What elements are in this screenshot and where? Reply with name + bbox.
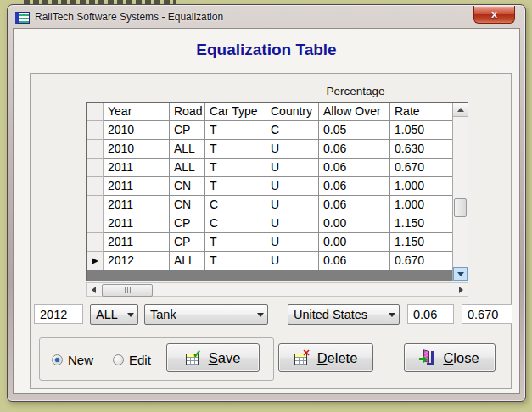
- cell-country[interactable]: U: [266, 233, 319, 252]
- dropdown-zone: [384, 305, 399, 324]
- cell-road[interactable]: CN: [170, 177, 205, 196]
- percentage-group-header: Percentage: [316, 85, 395, 97]
- cell-allow-over[interactable]: 0.06: [319, 159, 390, 177]
- rate-field[interactable]: [462, 304, 512, 324]
- grid-header-row: Year Road Car Type Country Allow Over Ra…: [87, 103, 453, 121]
- cell-road[interactable]: CP: [170, 233, 205, 252]
- cell-allow-over[interactable]: 0.05: [319, 121, 390, 140]
- cell-rate[interactable]: 1.000: [390, 196, 453, 214]
- vertical-scroll-thumb[interactable]: [454, 198, 467, 217]
- scroll-down-button[interactable]: [453, 267, 468, 281]
- cell-road[interactable]: ALL: [170, 159, 205, 177]
- cell-country[interactable]: U: [266, 196, 319, 214]
- cell-country[interactable]: U: [266, 177, 319, 196]
- cell-car-type[interactable]: T: [205, 159, 266, 177]
- cell-car-type[interactable]: T: [205, 177, 266, 196]
- delete-button[interactable]: ✕ Delete: [278, 343, 373, 372]
- row-selector-cell[interactable]: [87, 252, 104, 270]
- cell-allow-over[interactable]: 0.06: [319, 177, 390, 196]
- row-selector-cell[interactable]: [87, 214, 104, 233]
- cell-rate[interactable]: 1.150: [390, 214, 453, 233]
- year-field[interactable]: [34, 304, 83, 324]
- cell-allow-over[interactable]: 0.00: [319, 233, 390, 252]
- cell-year[interactable]: 2011: [104, 177, 170, 196]
- title-bar[interactable]: RailTech Software Systems - Equalization: [8, 5, 525, 28]
- cell-year[interactable]: 2010: [104, 140, 170, 159]
- scroll-up-button[interactable]: [453, 103, 468, 117]
- cell-car-type[interactable]: T: [205, 121, 266, 140]
- row-selector-cell[interactable]: [87, 159, 104, 177]
- cell-country[interactable]: U: [266, 214, 319, 233]
- cell-road[interactable]: CP: [170, 214, 205, 233]
- cell-year[interactable]: 2011: [104, 159, 170, 177]
- cell-country[interactable]: U: [266, 140, 319, 159]
- cell-car-type[interactable]: T: [205, 233, 266, 252]
- column-header-allow-over: Allow Over: [319, 103, 390, 121]
- radio-edit[interactable]: Edit: [113, 353, 151, 367]
- cell-allow-over[interactable]: 0.00: [319, 214, 390, 233]
- close-button-label: Close: [443, 350, 479, 366]
- country-select[interactable]: United States: [288, 304, 400, 325]
- radio-new[interactable]: New: [52, 353, 93, 367]
- cell-country[interactable]: U: [266, 252, 319, 270]
- row-selector-cell[interactable]: [87, 121, 104, 140]
- cell-rate[interactable]: 1.050: [390, 121, 453, 140]
- cell-rate[interactable]: 0.670: [390, 252, 453, 270]
- row-selector-cell[interactable]: [87, 196, 104, 214]
- car-type-select[interactable]: Tank: [144, 304, 268, 325]
- page-title: Equalization Table: [14, 41, 519, 59]
- grid-horizontal-scrollbar[interactable]: [86, 282, 468, 297]
- cell-year[interactable]: 2012: [104, 252, 170, 270]
- table-row[interactable]: 2011 CN T U 0.06 1.000: [87, 177, 453, 196]
- cell-rate[interactable]: 1.150: [390, 233, 453, 252]
- cell-allow-over[interactable]: 0.06: [319, 196, 390, 214]
- cell-year[interactable]: 2011: [104, 214, 170, 233]
- cell-car-type[interactable]: T: [205, 140, 266, 159]
- app-icon: [15, 12, 30, 24]
- cell-allow-over[interactable]: 0.06: [319, 252, 390, 270]
- column-header-rate: Rate: [390, 103, 453, 121]
- arrow-up-icon: [457, 104, 464, 112]
- cell-year[interactable]: 2010: [104, 121, 170, 140]
- column-header-road: Road: [170, 103, 205, 121]
- table-row[interactable]: 2011 CP C U 0.00 1.150: [87, 214, 453, 233]
- cell-rate[interactable]: 0.630: [390, 140, 453, 159]
- cell-country[interactable]: C: [266, 121, 319, 140]
- grid-vertical-scrollbar[interactable]: [452, 103, 468, 281]
- cell-road[interactable]: CP: [170, 121, 205, 140]
- scroll-right-button[interactable]: [454, 283, 468, 296]
- close-button[interactable]: Close: [404, 343, 496, 372]
- table-row[interactable]: 2011 CN C U 0.06 1.000: [87, 196, 453, 214]
- road-select[interactable]: ALL: [90, 304, 138, 325]
- close-window-button[interactable]: x: [473, 6, 515, 24]
- table-row[interactable]: 2011 ALL T U 0.06 0.670: [87, 159, 453, 177]
- cell-allow-over[interactable]: 0.06: [319, 140, 390, 159]
- table-row[interactable]: 2011 CP T U 0.00 1.150: [87, 233, 453, 252]
- cell-country[interactable]: U: [266, 159, 319, 177]
- horizontal-scroll-thumb[interactable]: [102, 284, 153, 297]
- scroll-left-button[interactable]: [87, 283, 100, 296]
- save-button[interactable]: ✓ Save: [166, 343, 260, 372]
- allow-over-field[interactable]: [407, 304, 454, 324]
- cell-car-type[interactable]: C: [205, 214, 266, 233]
- cell-road[interactable]: ALL: [170, 140, 205, 159]
- cell-car-type[interactable]: T: [205, 252, 266, 270]
- cell-road[interactable]: CN: [170, 196, 205, 214]
- row-selector-cell[interactable]: [87, 177, 104, 196]
- row-selector-cell[interactable]: [87, 233, 104, 252]
- dropdown-zone: [123, 305, 137, 324]
- window-title: RailTech Software Systems - Equalization: [35, 11, 223, 23]
- table-row[interactable]: 2010 ALL T U 0.06 0.630: [87, 140, 453, 159]
- dropdown-zone: [253, 305, 267, 324]
- table-row[interactable]: 2010 CP T C 0.05 1.050: [87, 121, 453, 140]
- table-row[interactable]: 2012 ALL T U 0.06 0.670: [87, 252, 453, 270]
- cell-rate[interactable]: 1.000: [390, 177, 453, 196]
- row-selector-cell[interactable]: [87, 140, 104, 159]
- cell-road[interactable]: ALL: [170, 252, 205, 270]
- grid-corner-cell: [87, 103, 104, 121]
- cell-year[interactable]: 2011: [104, 196, 170, 214]
- cell-car-type[interactable]: C: [205, 196, 266, 214]
- arrow-left-icon: [88, 287, 96, 293]
- cell-rate[interactable]: 0.670: [390, 159, 453, 177]
- cell-year[interactable]: 2011: [104, 233, 170, 252]
